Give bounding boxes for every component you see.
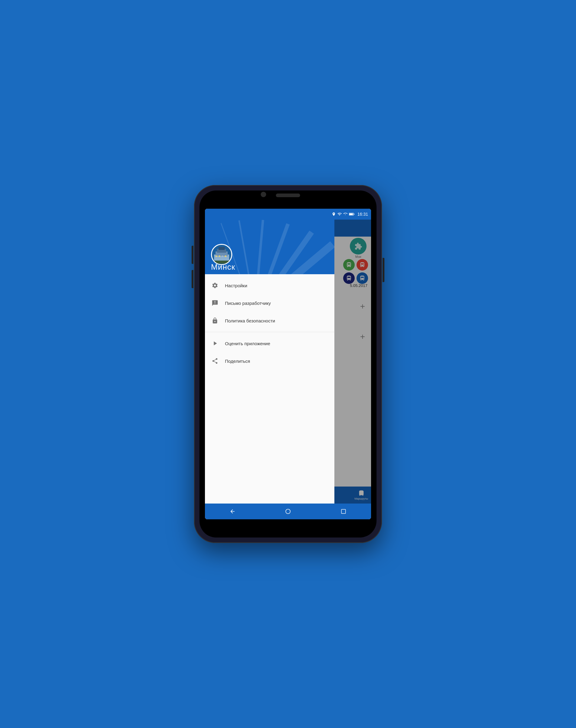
navigation-drawer: Минск Настройк xyxy=(205,220,335,504)
recents-square-icon xyxy=(341,509,346,514)
phone-camera xyxy=(261,192,266,197)
privacy-label: Политика безопасности xyxy=(225,318,275,324)
share-icon xyxy=(211,357,219,365)
svg-rect-10 xyxy=(225,255,227,257)
share-label: Поделиться xyxy=(225,359,250,364)
menu-item-letter[interactable]: Письмо разработчику xyxy=(205,294,335,312)
svg-rect-7 xyxy=(215,255,218,257)
rate-label: Оценить приложение xyxy=(225,341,270,346)
android-nav-bar xyxy=(205,504,371,519)
phone-device: 16:31 xyxy=(194,185,382,543)
signal-icon xyxy=(343,212,347,216)
battery-icon xyxy=(349,212,354,216)
svg-rect-8 xyxy=(219,255,221,257)
menu-item-settings[interactable]: Настройки xyxy=(205,277,335,294)
content-area: Мои xyxy=(205,220,371,504)
letter-label: Письмо разработчику xyxy=(225,301,271,306)
lock-icon xyxy=(211,317,219,325)
city-avatar[interactable] xyxy=(211,244,232,265)
svg-rect-1 xyxy=(354,214,354,215)
svg-rect-2 xyxy=(349,213,353,215)
svg-rect-13 xyxy=(341,509,346,513)
drawer-header: Минск xyxy=(205,220,335,274)
alarm-icon xyxy=(332,212,336,216)
volume-down-button[interactable] xyxy=(192,270,194,288)
menu-item-privacy[interactable]: Политика безопасности xyxy=(205,312,335,329)
home-button[interactable] xyxy=(283,506,293,517)
message-alert-icon xyxy=(211,299,219,307)
drawer-city-name: Минск xyxy=(211,262,235,272)
status-icons: 16:31 xyxy=(332,212,368,217)
power-button[interactable] xyxy=(382,258,384,282)
ray-2 xyxy=(238,220,251,274)
status-bar: 16:31 xyxy=(205,209,371,220)
settings-label: Настройки xyxy=(225,283,248,288)
phone-speaker xyxy=(276,194,300,197)
svg-rect-9 xyxy=(222,255,224,257)
menu-item-share[interactable]: Поделиться xyxy=(205,352,335,370)
back-arrow-icon xyxy=(230,508,235,514)
menu-section-1: Настройки Письмо разработчику xyxy=(205,274,335,332)
svg-rect-6 xyxy=(219,247,225,250)
settings-icon xyxy=(211,281,219,289)
back-button[interactable] xyxy=(227,506,238,517)
screen-content: 16:31 xyxy=(205,209,371,519)
home-circle-icon xyxy=(285,508,291,514)
drawer-menu: Настройки Письмо разработчику xyxy=(205,274,335,504)
menu-section-2: Оценить приложение Поделиться xyxy=(205,332,335,372)
volume-up-button[interactable] xyxy=(192,246,194,264)
menu-item-rate[interactable]: Оценить приложение xyxy=(205,335,335,352)
status-time: 16:31 xyxy=(357,212,368,217)
wifi-icon xyxy=(338,212,342,216)
city-building-icon xyxy=(212,245,231,263)
recents-button[interactable] xyxy=(338,506,349,517)
svg-point-12 xyxy=(286,509,290,514)
phone-screen: 16:31 xyxy=(200,191,376,537)
play-store-icon xyxy=(211,339,219,347)
drawer-scrim[interactable] xyxy=(335,220,371,504)
ray-3 xyxy=(257,220,264,274)
